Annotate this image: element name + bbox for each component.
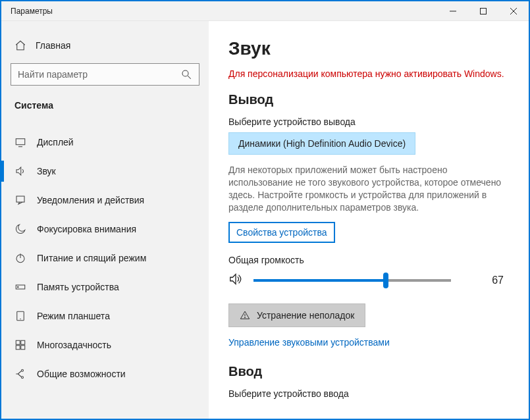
notifications-icon — [14, 194, 26, 206]
svg-rect-10 — [16, 346, 20, 350]
volume-row: 67 — [228, 272, 517, 289]
troubleshoot-label: Устранение неполадок — [257, 310, 354, 321]
slider-fill — [253, 279, 386, 282]
sidebar-item-label: Уведомления и действия — [37, 195, 144, 205]
output-description: Для некоторых приложений может быть наст… — [228, 164, 512, 214]
sidebar-item-power[interactable]: Питание и спящий режим — [1, 244, 209, 273]
shared-icon — [14, 368, 26, 380]
home-button[interactable]: Главная — [1, 33, 209, 63]
output-device-dropdown[interactable]: Динамики (High Definition Audio Device) — [228, 132, 415, 155]
content-area: Звук Для персонализации компьютера нужно… — [209, 21, 529, 419]
sidebar-item-label: Многозадачность — [37, 340, 111, 350]
activation-warning: Для персонализации компьютера нужно акти… — [228, 68, 517, 79]
manage-devices-link[interactable]: Управление звуковыми устройствами — [228, 337, 390, 348]
svg-point-13 — [22, 377, 24, 379]
svg-rect-11 — [21, 346, 25, 350]
sidebar-item-label: Память устройства — [37, 282, 119, 292]
sidebar-item-shared[interactable]: Общие возможности — [1, 359, 209, 388]
sidebar-item-label: Общие возможности — [37, 369, 126, 379]
sidebar-item-tablet[interactable]: Режим планшета — [1, 302, 209, 330]
svg-point-6 — [18, 286, 19, 288]
sidebar-item-multitask[interactable]: Многозадачность — [1, 330, 209, 359]
minimize-button[interactable] — [438, 1, 468, 21]
svg-point-12 — [22, 369, 24, 371]
home-label: Главная — [36, 40, 70, 51]
search-input[interactable] — [18, 69, 180, 80]
multitask-icon — [14, 339, 26, 351]
power-icon — [14, 252, 26, 264]
sidebar-item-label: Питание и спящий режим — [37, 253, 146, 263]
svg-rect-2 — [16, 139, 25, 145]
close-button[interactable] — [498, 1, 529, 21]
sidebar-item-label: Режим планшета — [37, 311, 110, 321]
page-title: Звук — [228, 38, 517, 59]
volume-label: Общая громкость — [228, 255, 517, 265]
search-box[interactable] — [11, 63, 199, 86]
section-label: Система — [1, 100, 209, 116]
svg-rect-0 — [481, 8, 487, 14]
sidebar-item-storage[interactable]: Память устройства — [1, 273, 209, 302]
home-icon — [14, 39, 26, 51]
svg-rect-9 — [21, 340, 25, 344]
output-device-value: Динамики (High Definition Audio Device) — [238, 138, 406, 149]
maximize-button[interactable] — [468, 1, 498, 21]
sound-icon — [14, 165, 26, 177]
device-properties-link[interactable]: Свойства устройства — [228, 222, 335, 243]
svg-rect-3 — [16, 196, 24, 202]
volume-slider[interactable] — [253, 279, 451, 282]
sidebar-item-sound[interactable]: Звук — [1, 157, 209, 186]
tablet-icon — [14, 310, 26, 322]
storage-icon — [14, 281, 26, 293]
sidebar-item-notifications[interactable]: Уведомления и действия — [1, 186, 209, 215]
window-title: Параметры — [1, 7, 438, 16]
sidebar-item-label: Дисплей — [37, 137, 74, 147]
sidebar-item-label: Фокусировка внимания — [37, 224, 136, 234]
svg-point-1 — [182, 70, 188, 76]
svg-rect-8 — [16, 340, 20, 344]
sidebar-item-display[interactable]: Дисплей — [1, 128, 209, 157]
search-icon — [180, 68, 192, 80]
main-container: Главная Система Дисплей Звук Уведомления… — [1, 21, 529, 419]
focus-icon — [14, 223, 26, 235]
input-device-label: Выберите устройство ввода — [228, 388, 517, 399]
troubleshoot-button[interactable]: Устранение неполадок — [228, 303, 365, 327]
speaker-icon[interactable] — [228, 272, 244, 289]
output-heading: Вывод — [228, 92, 517, 107]
input-heading: Ввод — [228, 364, 517, 379]
sidebar-item-label: Звук — [37, 166, 56, 176]
slider-thumb[interactable] — [383, 273, 388, 288]
sidebar-list: Дисплей Звук Уведомления и действия Фоку… — [1, 128, 209, 388]
volume-value: 67 — [492, 275, 517, 286]
sidebar: Главная Система Дисплей Звук Уведомления… — [1, 21, 209, 419]
output-device-label: Выберите устройство вывода — [228, 117, 517, 127]
svg-point-14 — [244, 317, 245, 317]
titlebar: Параметры — [1, 1, 529, 21]
display-icon — [14, 136, 26, 148]
sidebar-item-focus[interactable]: Фокусировка внимания — [1, 215, 209, 244]
